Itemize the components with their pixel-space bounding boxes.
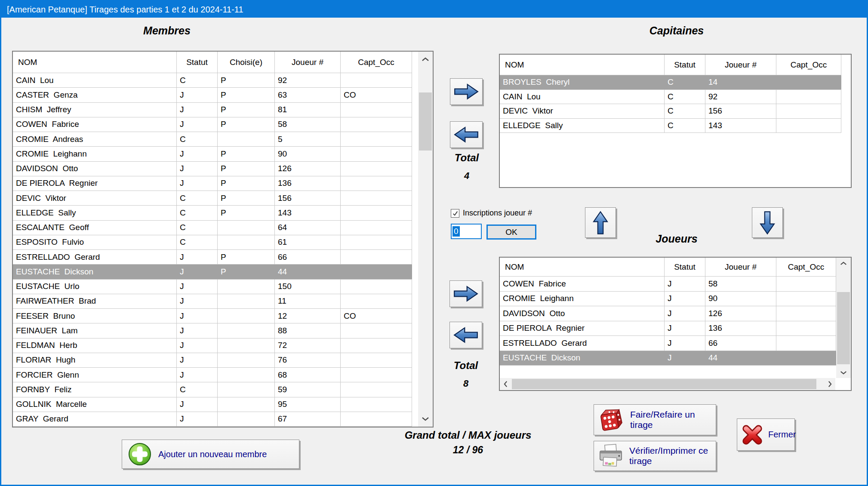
column-header-nom[interactable]: NOM [13, 52, 177, 73]
player-row[interactable]: DAVIDSON OttoJ126 [500, 306, 836, 321]
member-row[interactable]: CASTER GenzaJP63CO [13, 88, 412, 102]
cell-nom: CASTER Genza [13, 88, 177, 102]
player-row[interactable]: COWEN FabriceJ58 [500, 277, 836, 292]
column-header-statut[interactable]: Statut [665, 258, 705, 276]
member-row[interactable]: ESPOSITO FulvioC61 [13, 235, 412, 250]
move-to-joueurs-button[interactable] [449, 280, 482, 307]
cell-nom: DEVIC Viktor [13, 191, 177, 205]
cell-capt [776, 119, 841, 133]
column-header-capt[interactable]: Capt_Occ [776, 258, 836, 276]
column-header-nom[interactable]: NOM [500, 55, 665, 75]
column-header-joueur[interactable]: Joueur # [705, 258, 776, 276]
print-button[interactable]: Vérifier/Imprimer ce tirage [594, 441, 716, 471]
column-header-statut[interactable]: Statut [665, 55, 705, 75]
ok-button[interactable]: OK [486, 225, 536, 240]
captain-row[interactable]: CAIN LouC92 [500, 90, 841, 105]
member-row[interactable]: EUSTACHE UrloJ150 [13, 280, 412, 294]
player-row[interactable]: EUSTACHE DicksonJ44 [500, 351, 836, 366]
inscriptions-checkbox[interactable] [451, 209, 459, 218]
member-row[interactable]: FEINAUER LamJ88 [13, 323, 412, 338]
cell-statut: J [177, 265, 218, 279]
member-row[interactable]: GRAY GerardJ67 [13, 412, 412, 427]
printer-icon [598, 444, 623, 468]
member-row[interactable]: FEESER BrunoJ12CO [13, 309, 412, 323]
cell-capt [341, 235, 412, 249]
captain-row[interactable]: DEVIC ViktorC156 [500, 104, 841, 119]
column-header-joueur[interactable]: Joueur # [275, 52, 341, 73]
member-row[interactable]: CAIN LouCP92 [13, 73, 412, 88]
captain-row[interactable]: ELLEDGE SallyC143 [500, 119, 841, 133]
member-row[interactable]: ESTRELLADO GerardJP66 [13, 250, 412, 265]
draw-button[interactable]: Faire/Refaire un tirage [594, 404, 716, 435]
member-row[interactable]: CHISM JeffreyJP81 [13, 103, 412, 117]
close-button-label: Fermer [768, 430, 796, 440]
captain-row[interactable]: BROYLES CherylC14 [500, 75, 841, 90]
member-row[interactable]: DE PIEROLA RegnierJP136 [13, 176, 412, 191]
grid-header: NOMStatutJoueur #Capt_Occ [500, 55, 841, 75]
member-row[interactable]: EUSTACHE DicksonJP44 [13, 265, 412, 279]
cell-joueur: 90 [275, 147, 341, 161]
scroll-up-button[interactable] [418, 52, 433, 67]
cell-nom: EUSTACHE Dickson [13, 265, 177, 279]
scroll-right-button[interactable] [824, 378, 835, 390]
cell-joueur: 66 [705, 336, 776, 351]
arrow-right-icon [452, 283, 480, 304]
member-row[interactable]: FELDMAN HerbJ72 [13, 338, 412, 353]
player-row[interactable]: CROMIE LeighannJ90 [500, 292, 836, 307]
remove-from-joueurs-button[interactable] [449, 322, 482, 348]
joueurs-list: NOMStatutJoueur #Capt_OccCOWEN FabriceJ5… [499, 257, 852, 391]
joueurs-horizontal-scrollbar[interactable] [500, 378, 835, 390]
member-row[interactable]: FORNBY FelizC59 [13, 382, 412, 397]
close-button[interactable]: Fermer [737, 418, 795, 451]
cell-nom: CROMIE Leighann [500, 292, 665, 306]
scroll-left-button[interactable] [500, 378, 511, 390]
column-header-capt[interactable]: Capt_Occ [341, 52, 412, 73]
move-up-button[interactable] [585, 207, 616, 238]
member-row[interactable]: CROMIE AndreasC5 [13, 132, 412, 147]
member-row[interactable]: ESCALANTE GeoffC64 [13, 221, 412, 235]
cell-capt [341, 353, 412, 367]
member-row[interactable]: FLORIAR HughJ76 [13, 353, 412, 368]
cell-choisi: P [218, 117, 275, 132]
cell-capt [341, 294, 412, 308]
capitaines-total-value: 4 [444, 170, 489, 181]
scroll-thumb[interactable] [512, 379, 816, 389]
scroll-thumb[interactable] [419, 92, 432, 151]
cell-joueur: 44 [705, 351, 776, 366]
membres-vertical-scrollbar[interactable] [418, 52, 433, 427]
remove-from-capitaines-button[interactable] [450, 121, 483, 148]
member-row[interactable]: FAIRWEATHER BradJ11 [13, 294, 412, 309]
member-row[interactable]: FORCIER GlennJ68 [13, 368, 412, 382]
joueurs-vertical-scrollbar[interactable] [836, 258, 851, 378]
move-to-capitaines-button[interactable] [450, 78, 483, 105]
cell-nom: COWEN Fabrice [13, 117, 177, 132]
member-row[interactable]: ELLEDGE SallyCP143 [13, 206, 412, 220]
move-down-button[interactable] [752, 207, 783, 238]
column-header-nom[interactable]: NOM [500, 258, 665, 276]
scroll-down-button[interactable] [836, 367, 851, 378]
column-header-statut[interactable]: Statut [177, 52, 218, 73]
member-row[interactable]: DEVIC ViktorCP156 [13, 191, 412, 206]
column-header-capt[interactable]: Capt_Occ [776, 55, 841, 75]
member-row[interactable]: GOLLNIK MarcelleJ95 [13, 397, 412, 412]
cell-choisi [218, 309, 275, 323]
scroll-thumb[interactable] [837, 292, 850, 364]
column-header-joueur[interactable]: Joueur # [705, 55, 776, 75]
scroll-up-button[interactable] [836, 258, 851, 269]
cell-statut: J [665, 336, 705, 351]
add-member-button[interactable]: Ajouter un nouveau membre [122, 440, 299, 469]
scroll-down-button[interactable] [418, 411, 433, 427]
cell-choisi: P [218, 265, 275, 279]
cell-choisi [218, 280, 275, 294]
player-row[interactable]: DE PIEROLA RegnierJ136 [500, 321, 836, 336]
column-header-choisi[interactable]: Choisi(e) [218, 52, 275, 73]
member-row[interactable]: DAVIDSON OttoJP126 [13, 162, 412, 176]
check-icon [452, 210, 458, 216]
cell-capt [341, 412, 412, 426]
member-row[interactable]: CROMIE LeighannJP90 [13, 147, 412, 161]
member-row[interactable]: COWEN FabriceJP58 [13, 117, 412, 132]
player-row[interactable]: ESTRELLADO GerardJ66 [500, 336, 836, 351]
cell-statut: J [665, 321, 705, 336]
cell-nom: ESTRELLADO Gerard [13, 250, 177, 264]
joueur-number-input[interactable]: 0 [451, 224, 482, 239]
